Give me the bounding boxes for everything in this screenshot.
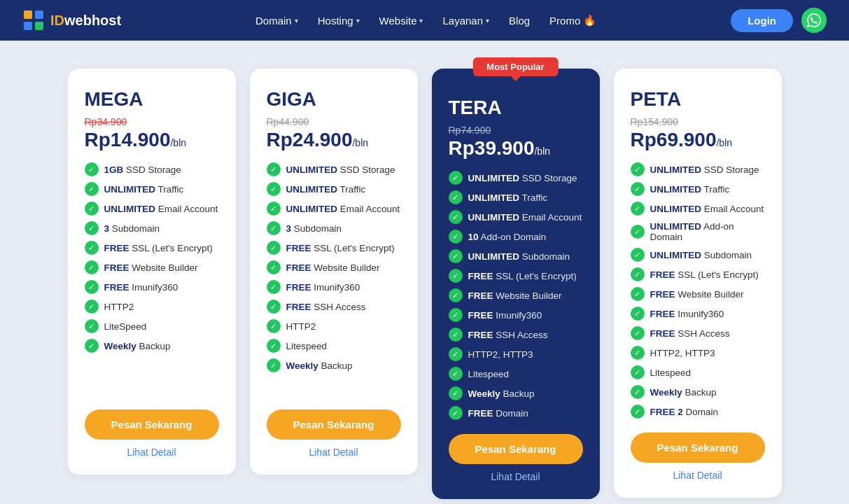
feature-item: ✓Weekly Backup [631,385,765,399]
feature-item: ✓FREE 2 Domain [631,405,765,419]
feature-item: ✓Weekly Backup [267,358,401,372]
peta-order-button[interactable]: Pesan Sekarang [631,433,765,463]
check-icon: ✓ [85,339,99,353]
check-icon: ✓ [631,326,645,340]
tera-features: ✓UNLIMITED SSD Storage ✓UNLIMITED Traffi… [449,171,583,420]
logo-icon [22,9,45,31]
check-icon: ✓ [631,202,645,216]
nav-layanan[interactable]: Layanan ▾ [434,9,498,32]
plan-card-tera: Most Popular TERA Rp74.900 Rp39.900/bln … [432,69,600,499]
logo-text: IDwebhost [50,13,121,29]
check-icon: ✓ [85,319,99,333]
tera-detail-link[interactable]: Lihat Detail [449,471,583,482]
check-icon: ✓ [267,280,281,294]
feature-item: ✓Litespeed [631,365,765,379]
plan-name-tera: TERA [449,97,583,119]
feature-item: ✓UNLIMITED Traffic [267,182,401,196]
svg-rect-2 [24,22,32,30]
peta-detail-link[interactable]: Lihat Detail [631,470,765,481]
check-icon: ✓ [267,202,281,216]
check-icon: ✓ [631,307,645,321]
feature-item: ✓HTTP2, HTTP3 [449,347,583,361]
giga-order-button[interactable]: Pesan Sekarang [267,410,401,440]
check-icon: ✓ [85,241,99,255]
check-icon: ✓ [631,248,645,262]
mega-new-price: Rp14.900/bln [85,129,219,151]
feature-item: ✓FREE Website Builder [449,288,583,302]
check-icon: ✓ [449,249,463,263]
plan-name-giga: GIGA [267,88,401,111]
giga-old-price: Rp44.900 [267,116,401,127]
peta-features: ✓UNLIMITED SSD Storage ✓UNLIMITED Traffi… [631,162,765,419]
plan-name-mega: MEGA [85,88,219,111]
pricing-section: MEGA Rp34.900 Rp14.900/bln ✓1GB SSD Stor… [0,41,849,504]
giga-detail-link[interactable]: Lihat Detail [267,447,401,458]
feature-item: ✓UNLIMITED SSD Storage [631,162,765,176]
chevron-down-icon: ▾ [486,17,489,24]
whatsapp-icon[interactable] [801,8,827,33]
login-button[interactable]: Login [731,9,793,32]
fire-icon: 🔥 [583,14,596,27]
check-icon: ✓ [631,162,645,176]
feature-item: ✓Weekly Backup [449,386,583,400]
check-icon: ✓ [631,405,645,419]
feature-item: ✓UNLIMITED Traffic [449,190,583,204]
mega-order-button[interactable]: Pesan Sekarang [85,410,219,440]
check-icon: ✓ [85,202,99,216]
feature-item: ✓LiteSpeed [85,319,219,333]
check-icon: ✓ [449,308,463,322]
mega-features: ✓1GB SSD Storage ✓UNLIMITED Traffic ✓UNL… [85,162,219,396]
check-icon: ✓ [85,221,99,235]
check-icon: ✓ [449,406,463,420]
chevron-down-icon: ▾ [295,17,298,24]
feature-item: ✓FREE Imunify360 [85,280,219,294]
feature-item: ✓FREE Imunify360 [631,307,765,321]
check-icon: ✓ [85,280,99,294]
svg-rect-1 [35,10,43,19]
logo[interactable]: IDwebhost [22,9,121,31]
tera-new-price: Rp39.900/bln [449,137,583,160]
check-icon: ✓ [85,260,99,274]
feature-item: ✓UNLIMITED Email Account [449,210,583,224]
chevron-down-icon: ▾ [356,17,360,24]
feature-item: ✓HTTP2 [85,300,219,314]
peta-old-price: Rp154.900 [631,116,765,127]
feature-item: ✓FREE SSL (Let's Encrypt) [85,241,219,255]
nav-promo[interactable]: Promo 🔥 [541,8,605,32]
peta-new-price: Rp69.900/bln [631,129,765,151]
most-popular-badge: Most Popular [472,57,558,76]
check-icon: ✓ [449,269,463,283]
feature-item: ✓FREE Domain [449,406,583,420]
tera-order-button[interactable]: Pesan Sekarang [449,434,583,464]
feature-item: ✓HTTP2 [267,319,401,333]
giga-new-price: Rp24.900/bln [267,129,401,151]
nav-hosting[interactable]: Hosting ▾ [309,9,368,32]
check-icon: ✓ [267,182,281,196]
plan-name-peta: PETA [631,88,765,111]
check-icon: ✓ [449,386,463,400]
feature-item: ✓UNLIMITED Email Account [85,202,219,216]
navbar: IDwebhost Domain ▾ Hosting ▾ Website ▾ L… [0,0,849,41]
check-icon: ✓ [631,287,645,301]
check-icon: ✓ [631,365,645,379]
check-icon: ✓ [631,346,645,360]
nav-website[interactable]: Website ▾ [371,9,432,32]
feature-item: ✓UNLIMITED SSD Storage [267,162,401,176]
check-icon: ✓ [449,190,463,204]
feature-item: ✓UNLIMITED Email Account [631,202,765,216]
mega-detail-link[interactable]: Lihat Detail [85,447,219,458]
feature-item: ✓FREE Website Builder [267,260,401,274]
feature-item: ✓1GB SSD Storage [85,162,219,176]
feature-item: ✓UNLIMITED Add-on Domain [631,221,765,242]
feature-item: ✓UNLIMITED Subdomain [631,248,765,262]
plan-card-peta: PETA Rp154.900 Rp69.900/bln ✓UNLIMITED S… [614,69,782,498]
feature-item: ✓FREE SSL (Let's Encrypt) [267,241,401,255]
nav-domain[interactable]: Domain ▾ [247,9,307,32]
feature-item: ✓Litespeed [449,367,583,381]
check-icon: ✓ [631,267,645,281]
check-icon: ✓ [267,319,281,333]
check-icon: ✓ [267,241,281,255]
check-icon: ✓ [267,221,281,235]
feature-item: ✓FREE Website Builder [85,260,219,274]
nav-blog[interactable]: Blog [500,9,538,32]
